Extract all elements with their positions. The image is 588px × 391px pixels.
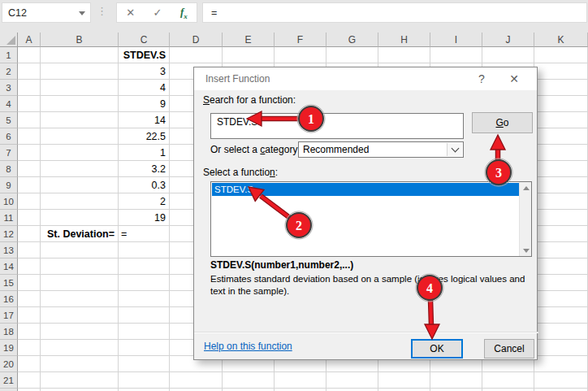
- row-header-15[interactable]: 15: [0, 275, 18, 291]
- cell-B4[interactable]: [41, 96, 119, 112]
- cell-A20[interactable]: [18, 356, 41, 372]
- formula-input[interactable]: =: [202, 2, 587, 23]
- cell-A7[interactable]: [18, 145, 41, 161]
- cell-K11[interactable]: [534, 210, 588, 226]
- cell-C6[interactable]: 22.5: [119, 128, 170, 145]
- cell-B12[interactable]: St. Deviation=: [41, 226, 119, 242]
- cell-K5[interactable]: [534, 112, 588, 128]
- row-header-5[interactable]: 5: [0, 112, 18, 128]
- cell-C3[interactable]: 4: [119, 80, 170, 96]
- cell-B5[interactable]: [41, 112, 119, 128]
- cell-C4[interactable]: 9: [119, 96, 170, 112]
- cell-A21[interactable]: [18, 372, 41, 389]
- row-header-7[interactable]: 7: [0, 145, 18, 161]
- row-header-14[interactable]: 14: [0, 258, 18, 275]
- function-list-item-stdevs[interactable]: STDEV.S: [212, 183, 519, 196]
- cell-A11[interactable]: [18, 210, 41, 226]
- cell-K14[interactable]: [534, 258, 588, 275]
- cell-K4[interactable]: [534, 96, 588, 112]
- cell-E1[interactable]: [223, 47, 275, 63]
- row-header-10[interactable]: 10: [0, 193, 18, 210]
- cell-C1[interactable]: STDEV.S: [119, 47, 170, 63]
- cell-C16[interactable]: [119, 291, 170, 307]
- cell-K6[interactable]: [534, 128, 588, 145]
- scroll-down-icon[interactable]: [520, 245, 532, 256]
- cell-B16[interactable]: [41, 291, 119, 307]
- cell-K21[interactable]: [534, 372, 588, 389]
- cell-K2[interactable]: [534, 63, 588, 80]
- cell-B13[interactable]: [41, 242, 119, 258]
- dialog-close-icon[interactable]: ✕: [500, 67, 528, 90]
- column-header-K[interactable]: K: [534, 33, 588, 47]
- column-header-H[interactable]: H: [378, 33, 430, 47]
- column-header-F[interactable]: F: [275, 33, 326, 47]
- cell-K16[interactable]: [534, 291, 588, 307]
- column-header-D[interactable]: D: [170, 33, 223, 47]
- row-header-17[interactable]: 17: [0, 307, 18, 324]
- cell-K20[interactable]: [534, 356, 588, 372]
- cancel-button[interactable]: Cancel: [484, 339, 534, 358]
- cell-G21[interactable]: [326, 372, 378, 389]
- cell-C2[interactable]: 3: [119, 63, 170, 80]
- cell-B18[interactable]: [41, 324, 119, 340]
- dialog-help-button[interactable]: ?: [468, 67, 495, 90]
- name-box-dropdown-icon[interactable]: [79, 11, 85, 15]
- cell-B17[interactable]: [41, 307, 119, 324]
- cell-B1[interactable]: [41, 47, 119, 63]
- row-header-11[interactable]: 11: [0, 210, 18, 226]
- row-header-9[interactable]: 9: [0, 177, 18, 193]
- cell-K18[interactable]: [534, 324, 588, 340]
- cell-K17[interactable]: [534, 307, 588, 324]
- column-header-I[interactable]: I: [430, 33, 482, 47]
- cell-A16[interactable]: [18, 291, 41, 307]
- function-listbox[interactable]: STDEV.S: [210, 181, 532, 257]
- cell-A13[interactable]: [18, 242, 41, 258]
- cell-C21[interactable]: [119, 372, 170, 389]
- cell-C18[interactable]: [119, 324, 170, 340]
- cell-A15[interactable]: [18, 275, 41, 291]
- cell-B19[interactable]: [41, 340, 119, 356]
- search-function-input[interactable]: STDEV.S: [210, 113, 464, 139]
- cell-B15[interactable]: [41, 275, 119, 291]
- cell-B2[interactable]: [41, 63, 119, 80]
- cell-A2[interactable]: [18, 63, 41, 80]
- row-header-12[interactable]: 12: [0, 226, 18, 242]
- cell-K12[interactable]: [534, 226, 588, 242]
- cell-K10[interactable]: [534, 193, 588, 210]
- cell-C9[interactable]: 0.3: [119, 177, 170, 193]
- cancel-entry-icon[interactable]: ✕: [126, 7, 135, 19]
- row-header-19[interactable]: 19: [0, 340, 18, 356]
- cell-K8[interactable]: [534, 161, 588, 177]
- column-header-B[interactable]: B: [41, 33, 119, 47]
- insert-function-icon[interactable]: fx: [180, 6, 188, 20]
- enter-entry-icon[interactable]: ✓: [153, 7, 162, 19]
- cell-C17[interactable]: [119, 307, 170, 324]
- cell-C14[interactable]: [119, 258, 170, 275]
- cell-D1[interactable]: [170, 47, 223, 63]
- dialog-titlebar[interactable]: Insert Function ? ✕: [194, 67, 537, 90]
- cell-B3[interactable]: [41, 80, 119, 96]
- cell-A8[interactable]: [18, 161, 41, 177]
- cell-I21[interactable]: [430, 372, 482, 389]
- row-header-1[interactable]: 1: [0, 47, 18, 63]
- cell-C11[interactable]: 19: [119, 210, 170, 226]
- cell-A4[interactable]: [18, 96, 41, 112]
- cell-A1[interactable]: [18, 47, 41, 63]
- cell-B10[interactable]: [41, 193, 119, 210]
- cell-B11[interactable]: [41, 210, 119, 226]
- row-header-16[interactable]: 16: [0, 291, 18, 307]
- ok-button[interactable]: OK: [411, 339, 463, 358]
- cell-B9[interactable]: [41, 177, 119, 193]
- row-header-13[interactable]: 13: [0, 242, 18, 258]
- name-box[interactable]: C12: [2, 2, 91, 23]
- listbox-scrollbar[interactable]: [519, 182, 531, 256]
- column-header-E[interactable]: E: [223, 33, 275, 47]
- cell-A12[interactable]: [18, 226, 41, 242]
- cell-E21[interactable]: [223, 372, 275, 389]
- row-header-6[interactable]: 6: [0, 128, 18, 145]
- cell-G1[interactable]: [326, 47, 378, 63]
- cell-B6[interactable]: [41, 128, 119, 145]
- cell-J21[interactable]: [482, 372, 534, 389]
- cell-B14[interactable]: [41, 258, 119, 275]
- scroll-up-icon[interactable]: [520, 182, 532, 193]
